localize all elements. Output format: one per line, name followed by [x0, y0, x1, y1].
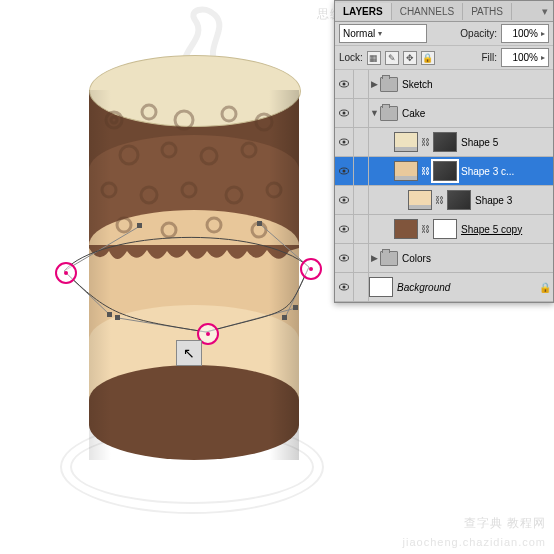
layer-name[interactable]: Shape 3 c...: [457, 166, 553, 177]
tab-channels[interactable]: CHANNELS: [392, 3, 463, 20]
svg-point-34: [343, 199, 346, 202]
panel-tabs: LAYERS CHANNELS PATHS ▾: [335, 1, 553, 22]
opacity-value: 100%: [512, 28, 538, 39]
svg-point-36: [343, 228, 346, 231]
lock-position-icon[interactable]: ✥: [403, 51, 417, 65]
layer-thumb[interactable]: [394, 161, 418, 181]
layer-thumb: [369, 277, 393, 297]
link-well: [354, 70, 369, 98]
link-well: [354, 157, 369, 185]
visibility-eye-icon[interactable]: [335, 99, 354, 127]
vector-mask-thumb[interactable]: [433, 219, 457, 239]
fill-label: Fill:: [481, 52, 497, 63]
layer-row[interactable]: ⛓Shape 3 c...: [335, 157, 553, 186]
layer-row[interactable]: Background🔒: [335, 273, 553, 302]
link-chain-icon[interactable]: ⛓: [434, 195, 445, 205]
layer-thumb[interactable]: [394, 132, 418, 152]
layer-name[interactable]: Shape 3: [471, 195, 553, 206]
blend-opacity-row: Normal ▾ Opacity: 100% ▸: [335, 22, 553, 46]
layer-name[interactable]: Cake: [398, 108, 553, 119]
layer-name[interactable]: Shape 5: [457, 137, 553, 148]
visibility-eye-icon[interactable]: [335, 215, 354, 243]
layer-name[interactable]: Sketch: [398, 79, 553, 90]
folder-icon: [380, 251, 398, 266]
layer-thumb[interactable]: [394, 219, 418, 239]
link-chain-icon[interactable]: ⛓: [420, 224, 431, 234]
link-well: [354, 273, 369, 301]
link-well: [354, 128, 369, 156]
vector-mask-thumb[interactable]: [433, 132, 457, 152]
lock-all-icon[interactable]: 🔒: [421, 51, 435, 65]
frosting-drip: [89, 245, 299, 270]
layer-row[interactable]: ⛓Shape 5 copy: [335, 215, 553, 244]
tab-layers[interactable]: LAYERS: [335, 3, 392, 20]
lock-transparent-pixels-icon[interactable]: ▦: [367, 51, 381, 65]
layer-row[interactable]: ⛓Shape 3: [335, 186, 553, 215]
tab-paths[interactable]: PATHS: [463, 3, 512, 20]
link-chain-icon[interactable]: ⛓: [420, 166, 431, 176]
layer-list: ▶Sketch▼Cake⛓Shape 5⛓Shape 3 c...⛓Shape …: [335, 70, 553, 302]
visibility-eye-icon[interactable]: [335, 128, 354, 156]
layer-name[interactable]: Shape 5 copy: [457, 224, 553, 235]
lock-label: Lock:: [339, 52, 363, 63]
lock-icon: 🔒: [537, 282, 553, 293]
svg-point-26: [343, 83, 346, 86]
chevron-down-icon: ▾: [378, 29, 382, 38]
link-well: [354, 186, 369, 214]
svg-point-40: [343, 286, 346, 289]
triangle-right-icon[interactable]: ▶: [369, 253, 380, 263]
opacity-input[interactable]: 100% ▸: [501, 24, 549, 43]
vector-mask-thumb[interactable]: [433, 161, 457, 181]
visibility-eye-icon[interactable]: [335, 186, 354, 214]
blend-mode-value: Normal: [343, 28, 375, 39]
visibility-eye-icon[interactable]: [335, 273, 354, 301]
anchor-point-right[interactable]: [300, 258, 322, 280]
layer-row[interactable]: ▼Cake: [335, 99, 553, 128]
layer-name[interactable]: Background: [393, 282, 537, 293]
svg-point-38: [343, 257, 346, 260]
fill-input[interactable]: 100% ▸: [501, 48, 549, 67]
svg-point-30: [343, 141, 346, 144]
lock-image-pixels-icon[interactable]: ✎: [385, 51, 399, 65]
chevron-right-icon: ▸: [541, 29, 545, 38]
visibility-eye-icon[interactable]: [335, 244, 354, 272]
blend-mode-dropdown[interactable]: Normal ▾: [339, 24, 427, 43]
lock-fill-row: Lock: ▦ ✎ ✥ 🔒 Fill: 100% ▸: [335, 46, 553, 70]
vector-mask-thumb[interactable]: [447, 190, 471, 210]
folder-icon: [380, 106, 398, 121]
svg-point-28: [343, 112, 346, 115]
convert-point-cursor: ↖: [176, 340, 202, 366]
opacity-label: Opacity:: [460, 28, 497, 39]
layer-name[interactable]: Colors: [398, 253, 553, 264]
visibility-eye-icon[interactable]: [335, 157, 354, 185]
layer-row[interactable]: ⛓Shape 5: [335, 128, 553, 157]
layer-thumb[interactable]: [408, 190, 432, 210]
layers-panel: LAYERS CHANNELS PATHS ▾ Normal ▾ Opacity…: [334, 0, 554, 303]
link-well: [354, 244, 369, 272]
chevron-right-icon: ▸: [541, 53, 545, 62]
folder-icon: [380, 77, 398, 92]
panel-menu-icon[interactable]: ▾: [537, 5, 553, 18]
link-chain-icon[interactable]: ⛓: [420, 137, 431, 147]
link-well: [354, 215, 369, 243]
fill-value: 100%: [512, 52, 538, 63]
svg-point-32: [343, 170, 346, 173]
anchor-point-left[interactable]: [55, 262, 77, 284]
link-well: [354, 99, 369, 127]
triangle-right-icon[interactable]: ▶: [369, 79, 380, 89]
layer-row[interactable]: ▶Sketch: [335, 70, 553, 99]
visibility-eye-icon[interactable]: [335, 70, 354, 98]
triangle-down-icon[interactable]: ▼: [369, 108, 380, 118]
cake-cylinder: [89, 55, 299, 455]
layer-row[interactable]: ▶Colors: [335, 244, 553, 273]
